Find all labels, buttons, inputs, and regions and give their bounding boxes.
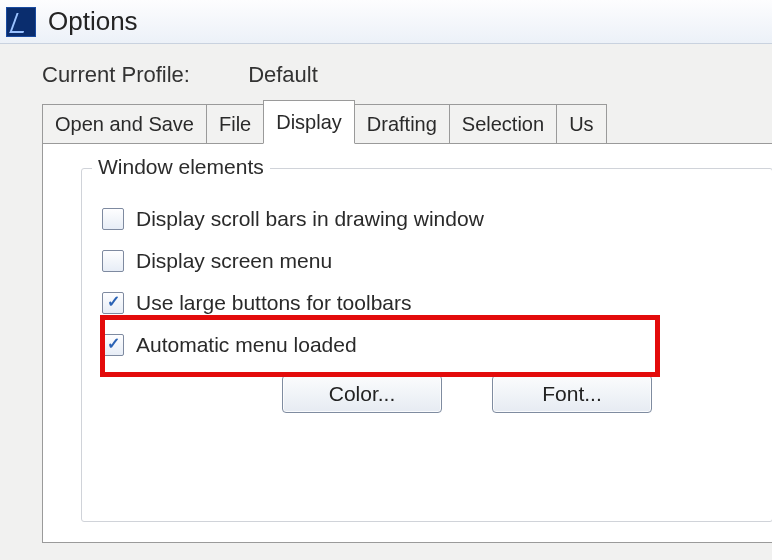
- client-area: Current Profile: Default Open and Save F…: [0, 44, 772, 560]
- app-icon: [6, 7, 36, 37]
- group-legend: Window elements: [92, 155, 270, 179]
- tab-open-and-save[interactable]: Open and Save: [42, 104, 207, 143]
- check-row-auto-menu[interactable]: Automatic menu loaded: [102, 333, 752, 357]
- window-title: Options: [48, 6, 138, 37]
- check-row-screen-menu[interactable]: Display screen menu: [102, 249, 752, 273]
- check-row-scroll-bars[interactable]: Display scroll bars in drawing window: [102, 207, 752, 231]
- tab-file[interactable]: File: [206, 104, 264, 143]
- title-bar: Options: [0, 0, 772, 44]
- profile-value: Default: [248, 62, 318, 88]
- tab-strip: Open and Save File Display Drafting Sele…: [42, 98, 772, 143]
- tab-user[interactable]: Us: [556, 104, 606, 143]
- checkbox-label: Display screen menu: [136, 249, 332, 273]
- group-window-elements: Window elements Display scroll bars in d…: [81, 168, 772, 522]
- color-button[interactable]: Color...: [282, 375, 442, 413]
- tab-selection[interactable]: Selection: [449, 104, 557, 143]
- tab-drafting[interactable]: Drafting: [354, 104, 450, 143]
- profile-label: Current Profile:: [42, 62, 242, 88]
- profile-row: Current Profile: Default: [42, 62, 772, 88]
- button-row: Color... Font...: [282, 375, 752, 413]
- checkbox-screen-menu[interactable]: [102, 250, 124, 272]
- checkbox-label: Automatic menu loaded: [136, 333, 357, 357]
- tab-display[interactable]: Display: [263, 100, 355, 144]
- checkbox-scroll-bars[interactable]: [102, 208, 124, 230]
- font-button[interactable]: Font...: [492, 375, 652, 413]
- tab-panel-display: Window elements Display scroll bars in d…: [42, 143, 772, 543]
- checkbox-label: Display scroll bars in drawing window: [136, 207, 484, 231]
- checkbox-large-buttons[interactable]: [102, 292, 124, 314]
- checkbox-auto-menu[interactable]: [102, 334, 124, 356]
- checkbox-label: Use large buttons for toolbars: [136, 291, 411, 315]
- check-row-large-buttons[interactable]: Use large buttons for toolbars: [102, 291, 752, 315]
